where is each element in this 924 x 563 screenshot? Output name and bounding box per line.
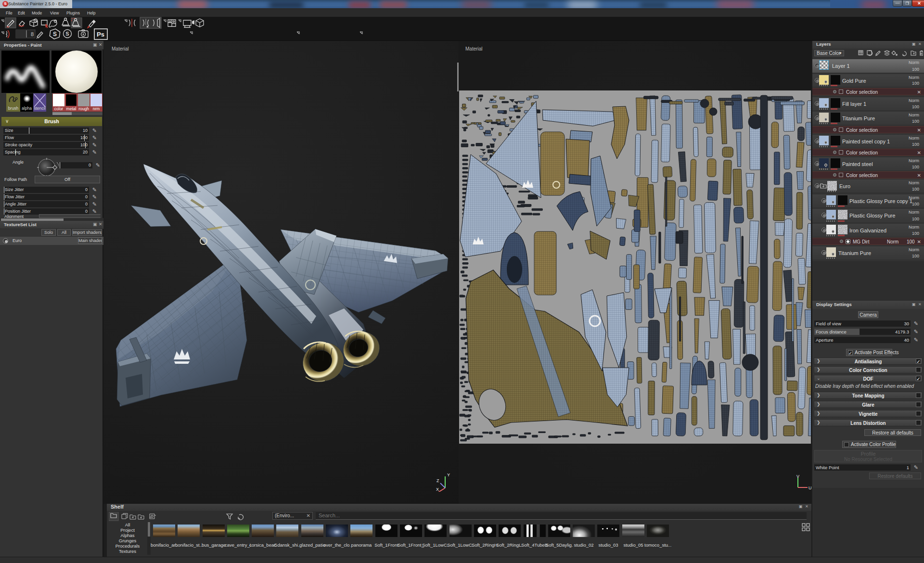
svg-text:U: U xyxy=(808,486,811,490)
svg-text:8: 8 xyxy=(31,31,34,37)
svg-text:S: S xyxy=(65,31,69,37)
svg-text:X: X xyxy=(436,487,439,492)
svg-text:Y: Y xyxy=(447,473,450,477)
svg-text:Z: Z xyxy=(436,478,439,483)
svg-text:Ps: Ps xyxy=(97,31,104,38)
svg-text:V: V xyxy=(796,474,799,479)
svg-text:S: S xyxy=(53,31,57,38)
